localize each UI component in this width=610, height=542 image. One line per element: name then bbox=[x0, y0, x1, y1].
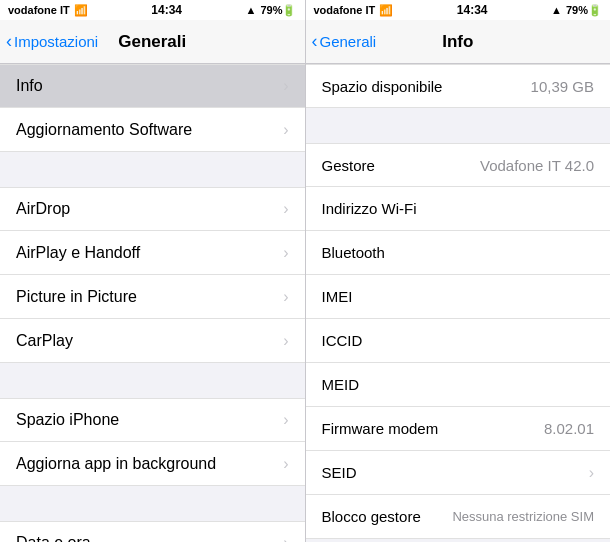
chevron-spazio: › bbox=[283, 411, 288, 429]
item-label-carplay: CarPlay bbox=[16, 332, 73, 350]
value-blocco: Nessuna restrizione SIM bbox=[452, 509, 594, 524]
label-wifi: Indirizzo Wi-Fi bbox=[322, 200, 417, 217]
label-blocco: Blocco gestore bbox=[322, 508, 421, 525]
label-meid: MEID bbox=[322, 376, 360, 393]
value-spazio-disp: 10,39 GB bbox=[531, 78, 594, 95]
info-row-bluetooth: Bluetooth bbox=[306, 231, 611, 275]
back-button-right[interactable]: ‹ Generali bbox=[312, 32, 377, 52]
right-panel: vodafone IT 📶 14:34 ▲ 79%🔋 ‹ Generali In… bbox=[306, 0, 611, 542]
nav-bar-right: ‹ Generali Info bbox=[306, 20, 611, 64]
back-button-left[interactable]: ‹ Impostazioni bbox=[6, 32, 98, 52]
item-label-pip: Picture in Picture bbox=[16, 288, 137, 306]
status-bar-left: vodafone IT 📶 14:34 ▲ 79%🔋 bbox=[0, 0, 305, 20]
section-group-2: AirDrop › AirPlay e Handoff › Picture in… bbox=[0, 187, 305, 363]
left-panel: vodafone IT 📶 14:34 ▲ 79%🔋 ‹ Impostazion… bbox=[0, 0, 306, 542]
chevron-seid: › bbox=[589, 464, 594, 482]
chevron-data-ora: › bbox=[283, 534, 288, 542]
value-firmware: 8.02.01 bbox=[544, 420, 594, 437]
battery-left: 79%🔋 bbox=[260, 4, 296, 17]
gps-icon-left: ▲ bbox=[246, 4, 257, 16]
status-right-left: ▲ 79%🔋 bbox=[246, 4, 297, 17]
status-right-right: ▲ 79%🔋 bbox=[551, 4, 602, 17]
info-row-wifi: Indirizzo Wi-Fi bbox=[306, 187, 611, 231]
label-spazio-disp: Spazio disponibile bbox=[322, 78, 443, 95]
section-group-4: Data e ora › Tastiera › Font › bbox=[0, 521, 305, 542]
info-row-firmware: Firmware modem 8.02.01 bbox=[306, 407, 611, 451]
chevron-aggiornamento: › bbox=[283, 121, 288, 139]
item-label-aggiornamento: Aggiornamento Software bbox=[16, 121, 192, 139]
status-left: vodafone IT 📶 bbox=[8, 4, 88, 17]
info-row-seid[interactable]: SEID › bbox=[306, 451, 611, 495]
section-group-3: Spazio iPhone › Aggiorna app in backgrou… bbox=[0, 398, 305, 486]
item-label-airplay: AirPlay e Handoff bbox=[16, 244, 140, 262]
info-row-blocco: Blocco gestore Nessuna restrizione SIM bbox=[306, 495, 611, 539]
label-iccid: ICCID bbox=[322, 332, 363, 349]
value-gestore: Vodafone IT 42.0 bbox=[480, 157, 594, 174]
list-item-pip[interactable]: Picture in Picture › bbox=[0, 275, 305, 319]
section-gap-2 bbox=[0, 363, 305, 398]
info-row-iccid: ICCID bbox=[306, 319, 611, 363]
wifi-icon-left: 📶 bbox=[74, 4, 88, 17]
item-label-info: Info bbox=[16, 77, 43, 95]
battery-right: 79%🔋 bbox=[566, 4, 602, 17]
label-bluetooth: Bluetooth bbox=[322, 244, 385, 261]
info-list: Spazio disponibile 10,39 GB Gestore Voda… bbox=[306, 64, 611, 542]
item-label-data-ora: Data e ora bbox=[16, 534, 91, 542]
nav-title-right: Info bbox=[442, 32, 473, 52]
item-label-airdrop: AirDrop bbox=[16, 200, 70, 218]
wifi-icon-right: 📶 bbox=[379, 4, 393, 17]
status-left-right: vodafone IT 📶 bbox=[314, 4, 394, 17]
list-item-airdrop[interactable]: AirDrop › bbox=[0, 187, 305, 231]
info-gap-1 bbox=[306, 108, 611, 143]
chevron-aggiorna-app: › bbox=[283, 455, 288, 473]
list-item-data-ora[interactable]: Data e ora › bbox=[0, 521, 305, 542]
list-item-airplay[interactable]: AirPlay e Handoff › bbox=[0, 231, 305, 275]
label-imei: IMEI bbox=[322, 288, 353, 305]
info-section-2: Gestore Vodafone IT 42.0 Indirizzo Wi-Fi… bbox=[306, 143, 611, 539]
section-group-1: Info › Aggiornamento Software › bbox=[0, 64, 305, 152]
chevron-airdrop: › bbox=[283, 200, 288, 218]
status-bar-right: vodafone IT 📶 14:34 ▲ 79%🔋 bbox=[306, 0, 611, 20]
chevron-carplay: › bbox=[283, 332, 288, 350]
back-chevron-left: ‹ bbox=[6, 31, 12, 52]
label-firmware: Firmware modem bbox=[322, 420, 439, 437]
chevron-airplay: › bbox=[283, 244, 288, 262]
list-item-aggiorna-app[interactable]: Aggiorna app in background › bbox=[0, 442, 305, 486]
nav-title-left: Generali bbox=[118, 32, 186, 52]
back-label-right: Generali bbox=[320, 33, 377, 50]
carrier-right: vodafone IT bbox=[314, 4, 376, 16]
chevron-info: › bbox=[283, 77, 288, 95]
info-row-spazio-disp: Spazio disponibile 10,39 GB bbox=[306, 64, 611, 108]
section-gap-3 bbox=[0, 486, 305, 521]
label-seid: SEID bbox=[322, 464, 357, 481]
list-item-info[interactable]: Info › bbox=[0, 64, 305, 108]
time-right: 14:34 bbox=[457, 3, 488, 17]
item-label-spazio: Spazio iPhone bbox=[16, 411, 119, 429]
nav-bar-left: ‹ Impostazioni Generali bbox=[0, 20, 305, 64]
item-label-aggiorna-app: Aggiorna app in background bbox=[16, 455, 216, 473]
info-row-imei: IMEI bbox=[306, 275, 611, 319]
gps-icon-right: ▲ bbox=[551, 4, 562, 16]
back-label-left: Impostazioni bbox=[14, 33, 98, 50]
info-section-1: Spazio disponibile 10,39 GB bbox=[306, 64, 611, 108]
list-item-carplay[interactable]: CarPlay › bbox=[0, 319, 305, 363]
info-row-meid: MEID bbox=[306, 363, 611, 407]
info-row-gestore: Gestore Vodafone IT 42.0 bbox=[306, 143, 611, 187]
settings-list: Info › Aggiornamento Software › AirDrop … bbox=[0, 64, 305, 542]
label-gestore: Gestore bbox=[322, 157, 375, 174]
time-left: 14:34 bbox=[151, 3, 182, 17]
chevron-pip: › bbox=[283, 288, 288, 306]
carrier-left: vodafone IT bbox=[8, 4, 70, 16]
section-gap-1 bbox=[0, 152, 305, 187]
list-item-spazio[interactable]: Spazio iPhone › bbox=[0, 398, 305, 442]
back-chevron-right: ‹ bbox=[312, 31, 318, 52]
list-item-aggiornamento[interactable]: Aggiornamento Software › bbox=[0, 108, 305, 152]
